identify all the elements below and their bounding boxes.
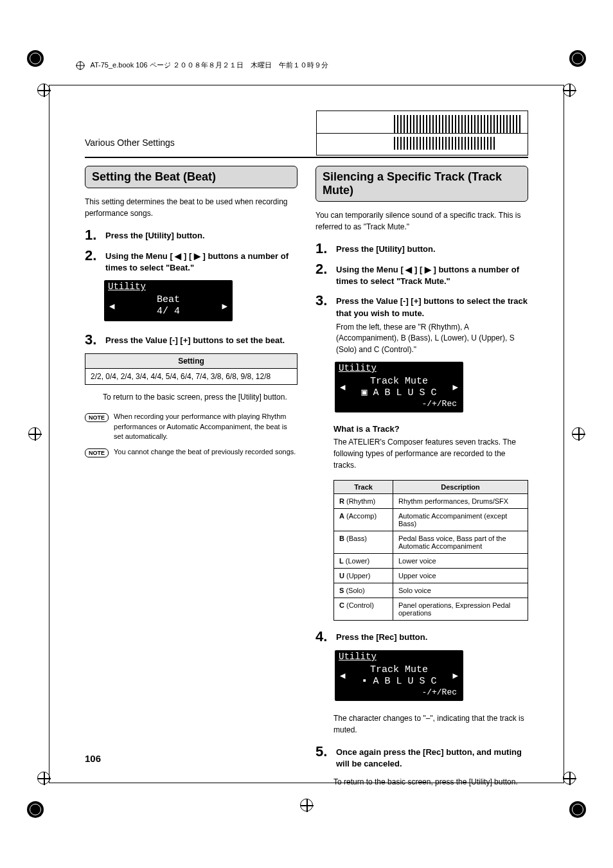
note-badge: NOTE [85,413,109,422]
lcd-title: Utility [335,362,463,373]
intro-text: This setting determines the beat to be u… [85,196,298,219]
crop-mark-icon [572,427,585,440]
lcd-line2: 4/ 4 [157,306,180,317]
table-header: Setting [85,354,298,369]
lcd-title: Utility [335,650,463,662]
crop-mark-icon [28,427,41,440]
lcd-title: Utility [104,280,233,292]
step-number: 3. [85,333,100,347]
crop-mark-icon [300,799,313,811]
table-row: S (Solo)Solo voice [334,583,528,598]
registration-mark-icon [569,801,586,818]
table-cell: 2/2, 0/4, 2/4, 3/4, 4/4, 5/4, 6/4, 7/4, … [85,369,298,385]
table-header-track: Track [334,480,393,493]
step-number: 1. [315,242,331,256]
step-2: 2. Using the Menu [ ◀ ] [ ▶ ] buttons a … [315,262,528,287]
desc-cell: Rhythm performances, Drums/SFX [393,493,528,508]
section-title-beat: Setting the Beat (Beat) [85,166,298,188]
triangle-right-icon: ▶ [222,301,227,312]
note-text: When recording your performance with pla… [114,412,298,441]
return-text: To return to the basic screen, press the… [333,776,528,788]
desc-cell: Solo voice [393,583,528,598]
crop-mark-icon [563,84,576,96]
step-number: 3. [315,294,331,308]
page-meta: AT-75_e.book 106 ページ ２００８年８月２１日 木曜日 午前１０… [76,60,328,70]
what-body: The ATELIER's Composer features seven tr… [333,436,528,471]
table-row: U (Upper)Upper voice [334,568,528,583]
note-2: NOTE You cannot change the beat of previ… [85,447,298,457]
lcd-line2: ▪ A B L U S C [361,676,436,687]
table-row: L (Lower)Lower voice [334,553,528,568]
lcd-line2: ▣ A B L U S C [361,387,436,398]
step-text: Using the Menu [ ◀ ] [ ▶ ] buttons a num… [105,249,298,274]
step-3: 3. Press the Value [-] [+] buttons to se… [85,333,298,347]
instrument-panel-diagram [316,111,528,155]
target-icon [76,61,85,70]
lcd-display-mute-2: Utility ◀ Track Mute ▪ A B L U S C ▶ -/+… [335,650,463,701]
step-5: 5. Once again press the [Rec] button, an… [315,745,528,770]
step-text: Press the [Utility] button. [336,242,436,255]
triangle-right-icon: ▶ [453,670,458,681]
step-number: 2. [315,262,331,276]
intro-text: You can temporarily silence sound of a s… [315,209,528,233]
step-text: Once again press the [Rec] button, and m… [336,745,528,770]
beat-settings-table: Setting 2/2, 0/4, 2/4, 3/4, 4/4, 5/4, 6/… [85,353,298,385]
desc-cell: Panel operations, Expression Pedal opera… [393,598,528,620]
track-description-table: Track Description R (Rhythm)Rhythm perfo… [333,480,528,621]
step-number: 4. [315,630,331,644]
step-subtext: From the left, these are "R (Rhythm), A … [336,322,528,355]
section-title-mute: Silencing a Specific Track (Track Mute) [315,166,528,202]
track-cell: L (Lower) [334,553,393,568]
step-text: Press the Value [-] [+] buttons to selec… [336,296,528,317]
registration-mark-icon [569,50,586,67]
step-text: Press the [Rec] button. [336,630,427,643]
subheading: What is a Track? [333,424,528,434]
page-number: 106 [85,753,101,764]
table-row: B (Bass)Pedal Bass voice, Bass part of t… [334,531,528,553]
desc-cell: Upper voice [393,568,528,583]
note-1: NOTE When recording your performance wit… [85,412,298,441]
after-rec-text: The character changes to "–", indicating… [333,713,528,736]
right-column: Silencing a Specific Track (Track Mute) … [315,166,528,772]
return-text: To return to the basic screen, press the… [103,391,298,403]
step-1: 1. Press the [Utility] button. [315,242,528,256]
triangle-left-icon: ◀ [109,301,114,312]
registration-mark-icon [27,50,44,67]
left-column: Setting the Beat (Beat) This setting det… [85,166,298,772]
lcd-subline: -/+/Rec [335,687,463,697]
note-text: You cannot change the beat of previously… [114,447,296,457]
step-3: 3. Press the Value [-] [+] buttons to se… [315,294,528,355]
registration-mark-icon [27,801,44,818]
step-number: 5. [315,745,331,759]
track-cell: A (Accomp) [334,508,393,531]
track-cell: B (Bass) [334,531,393,553]
lcd-display-mute-1: Utility ◀ Track Mute ▣ A B L U S C ▶ -/+… [335,362,463,412]
desc-cell: Pedal Bass voice, Bass part of the Autom… [393,531,528,553]
divider [85,157,528,158]
note-badge: NOTE [85,448,109,457]
step-4: 4. Press the [Rec] button. [315,630,528,644]
triangle-left-icon: ◀ [340,670,345,681]
track-cell: S (Solo) [334,583,393,598]
table-row: A (Accomp)Automatic Accompaniment (excep… [334,508,528,531]
step-2: 2. Using the Menu [ ◀ ] [ ▶ ] buttons a … [85,249,298,274]
desc-cell: Lower voice [393,553,528,568]
triangle-right-icon: ▶ [453,382,458,393]
desc-cell: Automatic Accompaniment (except Bass) [393,508,528,531]
step-text: Using the Menu [ ◀ ] [ ▶ ] buttons a num… [336,262,528,287]
lcd-line1: Beat [157,294,180,305]
step-number: 2. [85,249,100,263]
step-text: Press the Value [-] [+] buttons to set t… [105,333,285,346]
table-row: C (Control)Panel operations, Expression … [334,598,528,620]
crop-mark-icon [37,772,50,784]
triangle-left-icon: ◀ [340,382,345,393]
table-row: R (Rhythm)Rhythm performances, Drums/SFX [334,493,528,508]
lcd-subline: -/+/Rec [335,399,463,409]
step-1: 1. Press the [Utility] button. [85,228,298,242]
breadcrumb: Various Other Settings [85,137,175,155]
table-header-desc: Description [393,480,528,493]
crop-mark-icon [37,84,50,96]
track-cell: C (Control) [334,598,393,620]
track-cell: R (Rhythm) [334,493,393,508]
track-cell: U (Upper) [334,568,393,583]
